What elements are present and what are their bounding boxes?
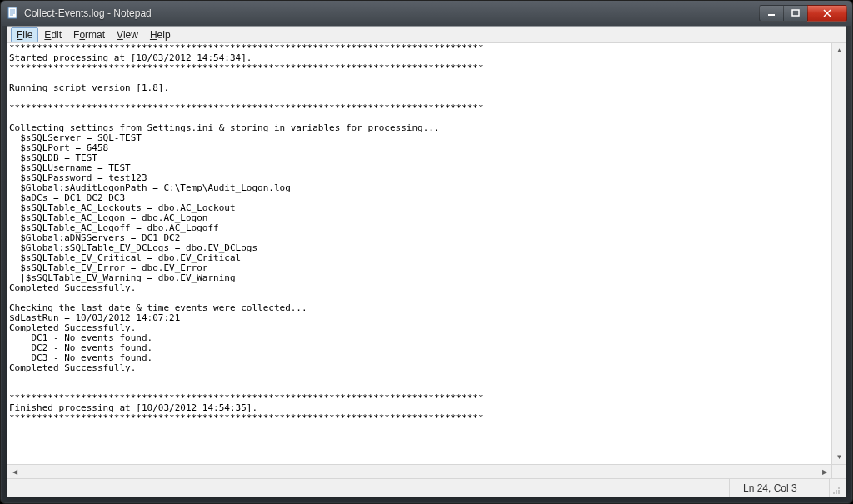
menu-help[interactable]: Help: [144, 27, 177, 42]
svg-rect-5: [768, 14, 775, 16]
menu-view[interactable]: View: [111, 27, 144, 42]
statusbar: Ln 24, Col 3: [7, 478, 846, 497]
window-controls: [760, 5, 847, 22]
svg-point-13: [836, 492, 837, 494]
svg-point-11: [838, 490, 840, 492]
scroll-left-icon[interactable]: ◀: [7, 465, 22, 478]
scroll-track-h[interactable]: [22, 465, 817, 478]
titlebar[interactable]: Collect-Events.log - Notepad: [1, 1, 852, 26]
menu-file[interactable]: File: [11, 27, 38, 42]
scroll-right-icon[interactable]: ▶: [817, 465, 831, 478]
text-editor[interactable]: ****************************************…: [7, 43, 831, 464]
svg-rect-6: [792, 10, 799, 16]
close-button[interactable]: [807, 5, 847, 22]
scroll-down-icon[interactable]: ▼: [832, 450, 846, 464]
scroll-up-icon[interactable]: ▲: [832, 43, 846, 57]
svg-point-12: [833, 492, 835, 494]
window-title: Collect-Events.log - Notepad: [24, 7, 760, 19]
menubar: File Edit Format View Help: [7, 27, 846, 43]
svg-point-10: [836, 490, 837, 492]
minimize-button[interactable]: [759, 5, 784, 22]
document-text[interactable]: ****************************************…: [7, 43, 831, 423]
menu-edit[interactable]: Edit: [38, 27, 67, 42]
client-area: File Edit Format View Help *************…: [7, 26, 846, 497]
app-window: Collect-Events.log - Notepad File Edit F…: [0, 0, 853, 504]
svg-point-9: [838, 487, 840, 489]
vertical-scrollbar[interactable]: ▲ ▼: [831, 43, 846, 464]
cursor-position: Ln 24, Col 3: [729, 479, 829, 497]
horizontal-scrollbar[interactable]: ◀ ▶: [7, 464, 831, 478]
menu-format[interactable]: Format: [67, 27, 111, 42]
notepad-icon: [6, 7, 19, 20]
resize-grip-icon[interactable]: [829, 479, 842, 497]
scrollbar-corner: [831, 464, 846, 478]
editor-wrap: ****************************************…: [7, 43, 846, 478]
svg-point-14: [838, 492, 840, 494]
scroll-track-v[interactable]: [832, 57, 846, 450]
maximize-button[interactable]: [783, 5, 808, 22]
